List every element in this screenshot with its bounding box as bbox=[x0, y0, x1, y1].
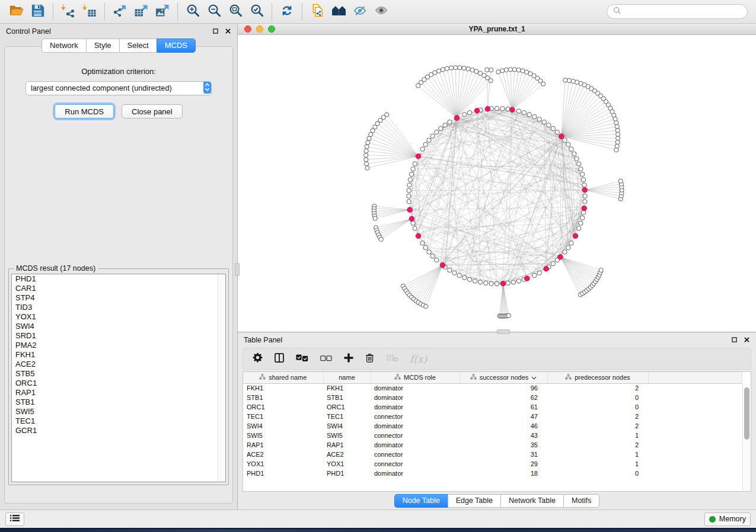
graph-leaf-node[interactable] bbox=[449, 66, 453, 70]
graph-node[interactable] bbox=[443, 123, 447, 127]
graph-node[interactable] bbox=[478, 280, 482, 284]
vertical-splitter-grip[interactable] bbox=[235, 263, 240, 276]
node-table[interactable]: shared namenameMCDS rolesuccessor nodesp… bbox=[243, 372, 742, 478]
mcds-dominator-node[interactable] bbox=[454, 116, 460, 121]
graph-leaf-node[interactable] bbox=[496, 70, 500, 74]
graph-leaf-node[interactable] bbox=[615, 124, 619, 129]
graph-node[interactable] bbox=[462, 275, 467, 280]
table-row[interactable]: SWI4SWI4dominator462 bbox=[243, 421, 742, 431]
window-minimize-light[interactable] bbox=[256, 25, 263, 33]
column-header-MCDS-role[interactable]: MCDS role bbox=[371, 372, 460, 383]
graph-leaf-node[interactable] bbox=[365, 166, 369, 170]
run-mcds-button[interactable]: Run MCDS bbox=[55, 104, 114, 118]
zoom-in-button[interactable] bbox=[182, 2, 203, 21]
graph-node[interactable] bbox=[580, 172, 584, 176]
select-all-button[interactable] bbox=[296, 354, 308, 364]
graph-node[interactable] bbox=[563, 250, 567, 254]
graph-leaf-node[interactable] bbox=[615, 144, 619, 148]
mcds-dominator-node[interactable] bbox=[558, 255, 563, 260]
network-canvas[interactable] bbox=[238, 35, 756, 332]
task-history-button[interactable] bbox=[5, 512, 24, 526]
first-neighbors-button[interactable] bbox=[328, 2, 349, 21]
graph-leaf-node[interactable] bbox=[454, 66, 458, 70]
graph-node[interactable] bbox=[572, 152, 576, 156]
graph-node[interactable] bbox=[413, 226, 417, 230]
network-graph[interactable] bbox=[238, 35, 756, 332]
save-session-button[interactable] bbox=[27, 2, 49, 21]
graph-node[interactable] bbox=[448, 120, 452, 124]
table-row[interactable]: RAP1RAP1dominator352 bbox=[243, 440, 742, 450]
network-window-titlebar[interactable]: YPA_prune.txt_1 bbox=[238, 24, 756, 35]
graph-leaf-node[interactable] bbox=[504, 68, 508, 72]
mcds-dominator-node[interactable] bbox=[525, 276, 530, 281]
graph-leaf-node[interactable] bbox=[618, 179, 623, 183]
tab-edge-table[interactable]: Edge Table bbox=[448, 494, 500, 508]
tab-mcds[interactable]: MCDS bbox=[157, 39, 196, 53]
graph-leaf-node[interactable] bbox=[364, 153, 368, 157]
mcds-result-list[interactable]: PHD1CAR1STP4TID3YOX1SWI4SRD1PMA2FKH1ACE2… bbox=[11, 274, 226, 482]
mcds-result-item[interactable]: CAR1 bbox=[12, 284, 225, 293]
mcds-dominator-node[interactable] bbox=[416, 233, 421, 239]
tab-style[interactable]: Style bbox=[86, 39, 119, 53]
column-header-successor-nodes[interactable]: successor nodes bbox=[460, 372, 547, 383]
mcds-dominator-node[interactable] bbox=[474, 108, 480, 113]
graph-leaf-node[interactable] bbox=[485, 68, 489, 72]
mcds-dominator-node[interactable] bbox=[409, 216, 414, 222]
table-row[interactable]: SWI5SWI5connector431 bbox=[243, 431, 742, 440]
graph-leaf-node[interactable] bbox=[364, 149, 368, 153]
graph-leaf-node[interactable] bbox=[458, 66, 462, 70]
graph-node[interactable] bbox=[484, 281, 488, 285]
mcds-result-item[interactable]: YOX1 bbox=[12, 312, 225, 322]
duplicate-network-button[interactable] bbox=[307, 2, 328, 21]
graph-node[interactable] bbox=[420, 241, 425, 245]
graph-leaf-node[interactable] bbox=[563, 78, 567, 82]
graph-node[interactable] bbox=[506, 281, 510, 285]
graph-node[interactable] bbox=[448, 268, 452, 272]
graph-leaf-node[interactable] bbox=[373, 216, 377, 220]
mcds-dominator-node[interactable] bbox=[573, 233, 578, 239]
mcds-result-item[interactable]: ACE2 bbox=[12, 360, 225, 369]
graph-node[interactable] bbox=[411, 167, 415, 171]
graph-leaf-node[interactable] bbox=[614, 148, 618, 152]
float-panel-icon[interactable] bbox=[212, 28, 219, 35]
graph-leaf-node[interactable] bbox=[466, 67, 470, 71]
graph-leaf-node[interactable] bbox=[512, 68, 516, 72]
graph-leaf-node[interactable] bbox=[524, 70, 528, 74]
graph-leaf-node[interactable] bbox=[506, 313, 511, 318]
graph-leaf-node[interactable] bbox=[470, 68, 474, 72]
mcds-dominator-node[interactable] bbox=[416, 154, 421, 159]
graph-node[interactable] bbox=[435, 130, 439, 134]
import-network-button[interactable] bbox=[58, 2, 79, 21]
graph-node[interactable] bbox=[537, 117, 541, 121]
graph-node[interactable] bbox=[457, 273, 461, 277]
column-header-predecessor-nodes[interactable]: predecessor nodes bbox=[547, 372, 648, 383]
graph-node[interactable] bbox=[420, 147, 425, 151]
graph-node[interactable] bbox=[408, 178, 412, 182]
graph-leaf-node[interactable] bbox=[367, 136, 371, 140]
tab-select[interactable]: Select bbox=[119, 39, 157, 53]
mcds-dominator-node[interactable] bbox=[485, 107, 490, 112]
mcds-result-item[interactable]: GCR1 bbox=[12, 426, 225, 435]
mcds-result-item[interactable]: SWI4 bbox=[12, 322, 225, 331]
search-box[interactable] bbox=[607, 4, 748, 19]
mcds-result-item[interactable]: PHD1 bbox=[12, 274, 225, 284]
graph-node[interactable] bbox=[427, 250, 431, 254]
graph-node[interactable] bbox=[542, 120, 546, 124]
table-row[interactable]: TEC1TEC1connector472 bbox=[243, 412, 742, 421]
graph-node[interactable] bbox=[522, 111, 526, 115]
tab-network[interactable]: Network bbox=[42, 39, 86, 53]
graph-node[interactable] bbox=[500, 107, 505, 111]
close-panel-button[interactable]: Close panel bbox=[122, 104, 183, 118]
graph-node[interactable] bbox=[580, 216, 584, 220]
graph-node[interactable] bbox=[527, 113, 531, 117]
graph-node[interactable] bbox=[473, 279, 477, 283]
graph-node[interactable] bbox=[439, 126, 443, 130]
graph-node[interactable] bbox=[579, 221, 583, 225]
graph-node[interactable] bbox=[430, 254, 435, 258]
graph-leaf-node[interactable] bbox=[379, 237, 383, 241]
graph-node[interactable] bbox=[582, 183, 586, 187]
tab-network-table[interactable]: Network Table bbox=[500, 494, 563, 508]
table-row[interactable]: PHD1PHD1dominator180 bbox=[243, 469, 742, 478]
graph-node[interactable] bbox=[566, 245, 570, 249]
horizontal-splitter-grip[interactable] bbox=[497, 329, 510, 334]
